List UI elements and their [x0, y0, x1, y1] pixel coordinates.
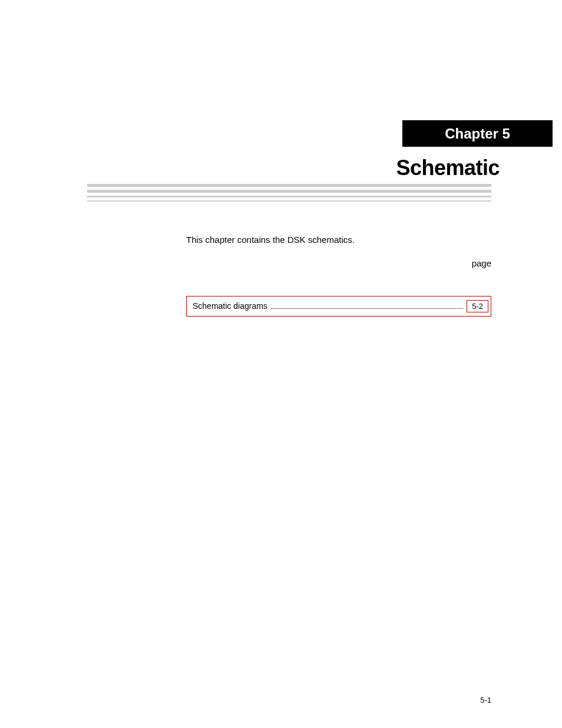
- separator-bar: [87, 200, 491, 202]
- document-page: Chapter 5 Schematic This chapter contain…: [0, 0, 562, 728]
- toc-box[interactable]: Schematic diagrams 5-2: [186, 296, 491, 317]
- separator-bar: [87, 196, 491, 197]
- separator-bars: [87, 184, 491, 202]
- intro-text: This chapter contains the DSK schematics…: [186, 233, 491, 273]
- chapter-tab-label: Chapter 5: [445, 126, 510, 142]
- chapter-tab: Chapter 5: [402, 120, 553, 147]
- toc-item-page[interactable]: 5-2: [467, 300, 488, 312]
- page-footer: 5-1: [480, 696, 491, 704]
- separator-bar: [87, 184, 491, 187]
- toc-page-heading: page: [186, 256, 491, 271]
- toc-item-label: Schematic diagrams: [193, 301, 267, 311]
- page-number: 5-1: [480, 696, 491, 704]
- toc-row[interactable]: Schematic diagrams 5-2: [187, 297, 491, 316]
- separator-bar: [87, 190, 491, 193]
- intro-line-1: This chapter contains the DSK schematics…: [186, 233, 491, 247]
- toc-dots: [271, 308, 463, 309]
- chapter-title: Schematic: [396, 156, 500, 180]
